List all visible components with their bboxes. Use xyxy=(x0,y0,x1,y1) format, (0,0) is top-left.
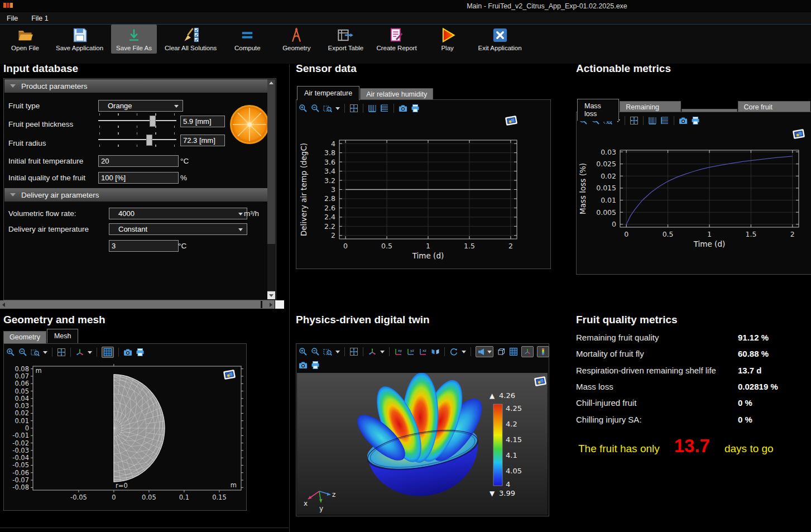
air-temp-value-input[interactable]: 3 xyxy=(109,240,179,252)
digital-twin-view[interactable]: ▲ 4.26 4.25 4.2 4.15 4.1 4.05 4 ▼ 3.99 x… xyxy=(297,373,548,515)
print-icon[interactable] xyxy=(311,361,320,370)
svg-text:2.4: 2.4 xyxy=(324,213,335,221)
snapshot-icon[interactable] xyxy=(123,348,132,357)
zoom-in-icon[interactable] xyxy=(299,104,308,113)
export-table-button[interactable]: Export Table xyxy=(323,25,368,54)
snapshot-icon[interactable] xyxy=(679,116,688,125)
exit-icon xyxy=(492,27,508,44)
create-report-button[interactable]: Create Report xyxy=(372,25,421,54)
mirror-view-icon[interactable] xyxy=(431,347,440,356)
fruit-radius-slider[interactable] xyxy=(98,132,176,147)
zoom-box-icon[interactable] xyxy=(323,104,332,113)
sensor-chart[interactable]: 00.511.5222.22.42.62.833.23.43.63.84Time… xyxy=(297,117,548,266)
svg-text:4.26: 4.26 xyxy=(499,391,515,400)
y-grid-icon[interactable] xyxy=(660,116,669,125)
view-yz-icon[interactable] xyxy=(406,347,415,356)
scroll-up-icon[interactable] xyxy=(269,82,273,84)
air-temp-mode-dropdown[interactable]: Constant xyxy=(109,223,247,235)
svg-text:2: 2 xyxy=(508,242,513,250)
scroll-down-icon[interactable] xyxy=(269,294,273,297)
tab-mass-loss[interactable]: Mass loss xyxy=(577,99,619,121)
print-icon[interactable] xyxy=(411,104,420,113)
print-icon[interactable] xyxy=(136,348,145,357)
chevron-down-icon[interactable] xyxy=(487,351,492,353)
vertical-scrollbar[interactable] xyxy=(267,79,275,299)
zoom-box-icon[interactable] xyxy=(31,348,40,357)
snapshot-icon[interactable] xyxy=(299,361,308,370)
x-grid-icon[interactable] xyxy=(648,116,657,125)
save-application-button[interactable]: Save Application xyxy=(51,25,108,54)
svg-text:0.05: 0.05 xyxy=(15,387,29,395)
fruit-type-dropdown[interactable]: Orange xyxy=(98,100,183,112)
scroll-right-icon[interactable] xyxy=(270,303,272,307)
tab-mesh[interactable]: Mesh xyxy=(47,329,79,343)
axis-orientation-icon[interactable] xyxy=(75,348,84,357)
slider-handle[interactable] xyxy=(150,116,156,127)
zoom-out-icon[interactable] xyxy=(311,347,320,356)
horizontal-scrollbar[interactable] xyxy=(0,300,275,309)
y-grid-icon[interactable] xyxy=(380,104,389,113)
delivery-air-header[interactable]: Delivery air parameters xyxy=(4,188,267,202)
geometry-button[interactable]: Geometry xyxy=(273,25,319,54)
clear-all-solutions-button[interactable]: Clear All Solutions xyxy=(160,25,221,54)
save-file-as-button[interactable]: Save File As xyxy=(111,25,157,54)
slider-handle[interactable] xyxy=(146,135,152,146)
product-parameters-header[interactable]: Product parameters xyxy=(4,79,267,93)
chevron-down-icon[interactable] xyxy=(88,351,92,354)
grid-toggle-icon[interactable] xyxy=(509,347,518,356)
exit-application-button[interactable]: Exit Application xyxy=(474,25,526,54)
chevron-down-icon[interactable] xyxy=(335,107,340,110)
chevron-down-icon[interactable] xyxy=(380,351,385,353)
scrollbar-thumb[interactable] xyxy=(267,244,275,291)
rotate-view-icon[interactable] xyxy=(449,347,458,356)
tab-geometry[interactable]: Geometry xyxy=(3,331,46,343)
menu-file1[interactable]: File 1 xyxy=(25,15,55,22)
twin-toolbar-row1 xyxy=(299,346,549,358)
play-button[interactable]: Play xyxy=(425,25,471,54)
svg-text:Time (d): Time (d) xyxy=(693,239,725,248)
zoom-in-icon[interactable] xyxy=(6,348,15,357)
peel-thickness-slider[interactable] xyxy=(98,113,176,128)
view-xy-icon[interactable] xyxy=(394,347,403,356)
transparency-icon[interactable] xyxy=(497,347,506,356)
zoom-extents-icon[interactable] xyxy=(349,104,358,113)
svg-text:2.8: 2.8 xyxy=(324,194,335,203)
chevron-down-icon xyxy=(174,105,179,108)
mesh-plot[interactable]: -0.0500.050.10.150.080.070.060.050.040.0… xyxy=(5,361,244,508)
axis-orientation-icon[interactable] xyxy=(368,347,377,356)
svg-text:2: 2 xyxy=(790,230,795,238)
view-xz-icon[interactable] xyxy=(419,347,428,356)
print-icon[interactable] xyxy=(691,116,700,125)
show-axes-icon[interactable] xyxy=(523,347,532,356)
metric-label: Chill-injured fruit xyxy=(576,398,636,408)
zoom-extents-icon[interactable] xyxy=(349,347,358,356)
chevron-down-icon[interactable] xyxy=(43,351,47,354)
svg-text:0.5: 0.5 xyxy=(663,230,674,238)
mass-loss-chart[interactable]: 00.511.5200.0050.010.0150.020.0250.03Tim… xyxy=(578,130,810,272)
show-color-legend-icon[interactable] xyxy=(539,347,548,356)
geometry-mesh-title: Geometry and mesh xyxy=(3,314,105,326)
initial-temp-input[interactable]: 20 xyxy=(98,155,179,167)
zoom-in-icon[interactable] xyxy=(299,347,308,356)
x-grid-icon[interactable] xyxy=(368,104,377,113)
menu-file[interactable]: File xyxy=(0,15,25,22)
tab-air-temperature[interactable]: Air temperature xyxy=(297,86,359,100)
fruit-radius-value[interactable]: 72.3 [mm] xyxy=(180,135,225,146)
zoom-out-icon[interactable] xyxy=(18,348,27,357)
zoom-extents-icon[interactable] xyxy=(57,348,66,357)
open-file-button[interactable]: Open File xyxy=(2,25,48,54)
zoom-box-icon[interactable] xyxy=(323,347,332,356)
compute-button[interactable]: Compute xyxy=(224,25,270,54)
chevron-down-icon[interactable] xyxy=(335,351,340,353)
zoom-extents-icon[interactable] xyxy=(630,116,639,125)
peel-thickness-value[interactable]: 5.9 [mm] xyxy=(180,116,225,127)
tab-air-relative-humidity[interactable]: Air relative humidity xyxy=(360,88,433,100)
initial-quality-input[interactable]: 100 [%] xyxy=(98,172,179,184)
chevron-down-icon[interactable] xyxy=(462,351,466,353)
flow-rate-dropdown[interactable]: 4000 xyxy=(109,208,247,219)
snapshot-icon[interactable] xyxy=(399,104,407,113)
zoom-out-icon[interactable] xyxy=(311,104,320,113)
grid-toggle-icon[interactable] xyxy=(103,348,112,357)
scroll-left-icon[interactable] xyxy=(2,303,5,307)
scene-light-icon[interactable] xyxy=(477,347,486,356)
